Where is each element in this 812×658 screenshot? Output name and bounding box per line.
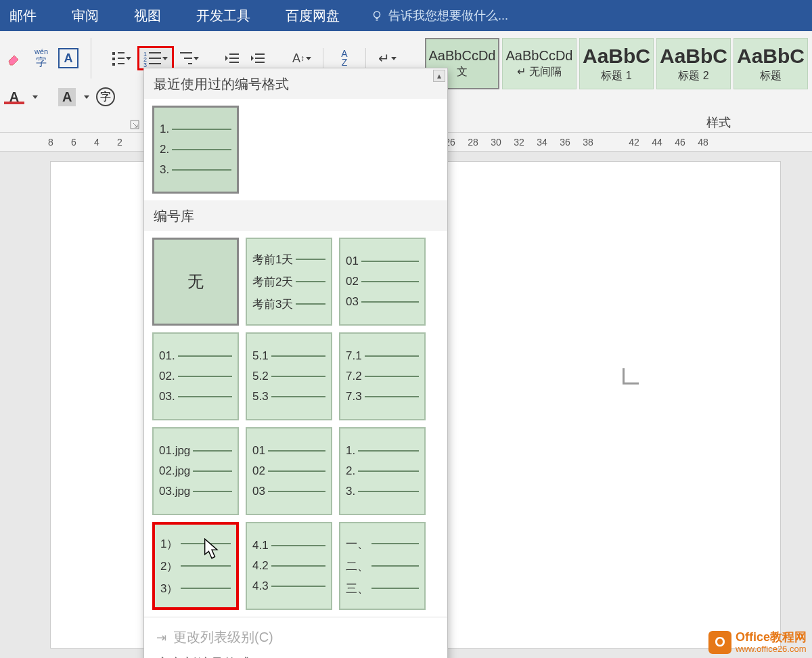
style-preview: AaBbC	[737, 45, 805, 68]
library-format-9[interactable]: 1. 2. 3.	[339, 427, 426, 515]
numbering-button[interactable]: 123	[137, 46, 174, 70]
chevron-down-icon	[126, 57, 131, 60]
library-format-7[interactable]: 01.jpg 02.jpg 03.jpg	[152, 427, 239, 515]
tab-baidu[interactable]: 百度网盘	[281, 7, 344, 25]
chevron-down-icon	[32, 95, 38, 99]
font-color-button[interactable]: A	[4, 89, 24, 104]
increase-indent-button[interactable]	[248, 48, 269, 68]
library-section-title: 编号库	[144, 200, 447, 231]
margin-corner-mark	[623, 361, 646, 385]
library-format-8[interactable]: 01 02 03	[246, 427, 332, 515]
chevron-down-icon	[391, 57, 397, 60]
lightbulb-icon	[371, 9, 383, 22]
style-preview: AaBbC	[583, 45, 650, 68]
multilevel-list-button[interactable]	[179, 48, 200, 68]
recent-section-title: 最近使用过的编号格式	[144, 68, 447, 99]
library-format-4[interactable]: 01. 02. 03.	[152, 332, 239, 420]
style-preview: AaBbC	[660, 45, 727, 68]
style-preview: AaBbCcDd	[506, 48, 573, 64]
ruler-right-marks: 2628303234363842444648	[440, 137, 713, 148]
library-format-6[interactable]: 7.1 7.2 7.3	[339, 332, 426, 420]
library-format-12[interactable]: 一、 二、 三、	[339, 522, 426, 610]
eraser-icon[interactable]	[4, 48, 24, 68]
watermark-brand: Office教程网	[736, 631, 807, 644]
library-format-11[interactable]: 4.1 4.2 4.3	[246, 522, 332, 610]
style-label: ↵ 无间隔	[517, 65, 561, 79]
tell-me-placeholder: 告诉我您想要做什么...	[388, 7, 508, 24]
tab-dev[interactable]: 开发工具	[192, 7, 254, 25]
library-format-3[interactable]: 01 02 03	[339, 238, 426, 326]
separator	[91, 38, 91, 79]
chevron-down-icon	[84, 95, 89, 99]
library-format-2[interactable]: 考前1天 考前2天 考前3天	[246, 238, 332, 326]
text-direction-button[interactable]: A↕	[292, 48, 312, 68]
svg-point-0	[374, 12, 380, 18]
library-format-10[interactable]: 1） 2） 3）	[152, 522, 239, 610]
show-marks-button[interactable]: ↵	[377, 48, 397, 68]
phonetic-pinyin: wén	[35, 47, 48, 56]
library-none[interactable]: 无	[152, 238, 239, 326]
library-format-5[interactable]: 5.1 5.2 5.3	[246, 332, 332, 420]
recent-format-1[interactable]: 1. 2. 3.	[152, 106, 239, 194]
style-label: 标题 2	[678, 69, 708, 83]
text-highlight-button[interactable]: A	[58, 88, 76, 106]
define-new-format[interactable]: 定义新编号格式(D)...	[154, 651, 438, 658]
chevron-down-icon	[162, 57, 168, 60]
bullets-button[interactable]	[112, 48, 132, 68]
watermark: O Office教程网 www.office26.com	[708, 631, 807, 654]
chevron-down-icon	[194, 57, 199, 60]
watermark-url: www.office26.com	[736, 644, 807, 654]
style-heading2[interactable]: AaBbC标题 2	[656, 38, 731, 89]
style-title[interactable]: AaBbC标题	[734, 38, 808, 89]
sort-button[interactable]: AZ	[334, 48, 355, 68]
style-label: 标题 1	[601, 69, 631, 83]
mouse-cursor	[203, 538, 221, 563]
styles-gallery[interactable]: AaBbCcDd文 AaBbCcDd↵ 无间隔 AaBbC标题 1 AaBbC标…	[425, 38, 808, 129]
style-preview: AaBbCcDd	[429, 48, 496, 64]
style-label: 文	[457, 65, 468, 79]
styles-group-label: 样式	[706, 114, 731, 131]
separator	[365, 48, 366, 68]
enclose-char-button[interactable]: 字	[96, 87, 115, 106]
dropdown-scrollbar[interactable]: ▴ ▾	[432, 70, 446, 658]
chevron-down-icon	[306, 57, 311, 60]
phonetic-guide-button[interactable]: wén 字	[31, 48, 51, 68]
dialog-launcher-icon[interactable]	[130, 120, 139, 129]
character-border-button[interactable]: A	[58, 48, 78, 68]
tab-review[interactable]: 审阅	[68, 7, 103, 25]
style-heading1[interactable]: AaBbC标题 1	[579, 38, 654, 89]
phonetic-char: 字	[36, 56, 47, 70]
watermark-icon: O	[708, 631, 731, 654]
style-label: 标题	[760, 69, 782, 83]
tell-me-search[interactable]: 告诉我您想要做什么...	[371, 7, 508, 24]
scroll-up-button[interactable]: ▴	[433, 70, 445, 82]
change-list-level: ⇥ 更改列表级别(C)	[154, 624, 438, 651]
dropdown-footer: ⇥ 更改列表级别(C) 定义新编号格式(D)...	[144, 617, 447, 658]
style-nospacing[interactable]: AaBbCcDd↵ 无间隔	[502, 38, 577, 89]
ruler-left-marks: 8642	[41, 137, 130, 148]
decrease-indent-button[interactable]	[223, 48, 243, 68]
separator	[323, 48, 323, 68]
indent-icon: ⇥	[156, 630, 166, 645]
tab-mail[interactable]: 邮件	[5, 7, 41, 25]
menu-bar: 邮件 审阅 视图 开发工具 百度网盘 告诉我您想要做什么...	[0, 0, 812, 31]
tab-view[interactable]: 视图	[130, 7, 165, 25]
numbering-dropdown: 最近使用过的编号格式 1. 2. 3. 编号库 无 考前1天 考前2天 考前3天…	[143, 68, 448, 658]
